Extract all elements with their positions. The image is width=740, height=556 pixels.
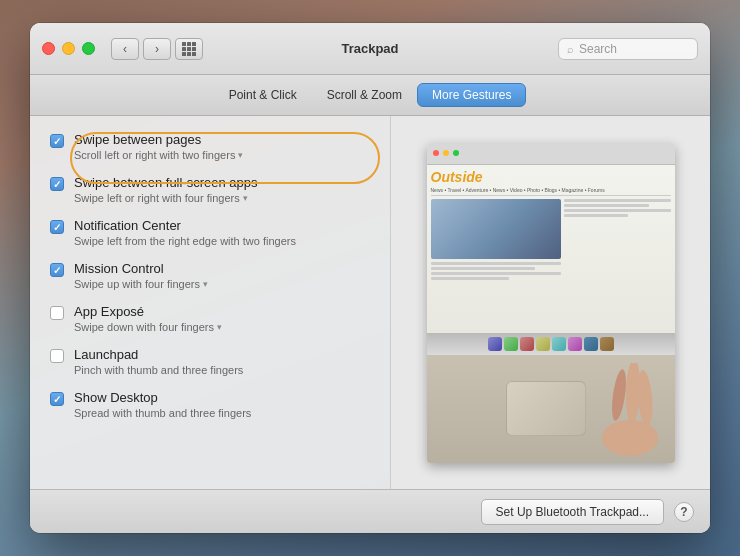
mag-line-2 (431, 267, 535, 270)
forward-icon: › (155, 42, 159, 56)
dock-icon-5 (552, 337, 566, 351)
setting-swipe-fullscreen: Swipe between full-screen apps Swipe lef… (50, 175, 370, 204)
search-box[interactable]: ⌕ Search (558, 38, 698, 60)
content-area: Swipe between pages Scroll left or right… (30, 116, 710, 489)
setting-subtitle-swipe-fullscreen: Swipe left or right with four fingers ▾ (74, 192, 258, 204)
magazine-nav: News • Travel • Adventure • News • Video… (431, 187, 671, 196)
dock-icon-3 (520, 337, 534, 351)
tab-scroll-zoom[interactable]: Scroll & Zoom (312, 83, 417, 107)
magazine-body (431, 199, 671, 282)
setting-subtitle-app-expose: Swipe down with four fingers ▾ (74, 321, 222, 333)
preview-panel: Outside News • Travel • Adventure • News… (390, 116, 710, 489)
mag-line-1 (431, 262, 561, 265)
browser-max-dot (453, 150, 459, 156)
setting-app-expose: App Exposé Swipe down with four fingers … (50, 304, 370, 333)
dropdown-arrow-expose-icon[interactable]: ▾ (217, 322, 222, 332)
close-button[interactable] (42, 42, 55, 55)
trackpad-window: ‹ › Trackpad ⌕ Search Point & Click Scro… (30, 23, 710, 533)
hand-illustration (595, 363, 665, 458)
setting-subtitle-launchpad: Pinch with thumb and three fingers (74, 364, 243, 376)
setting-title-app-expose: App Exposé (74, 304, 222, 319)
setting-subtitle-mission-control: Swipe up with four fingers ▾ (74, 278, 208, 290)
checkbox-mission-control[interactable] (50, 263, 64, 277)
svg-point-2 (624, 363, 640, 423)
mag-line-8 (564, 214, 628, 217)
setting-text-swipe-pages: Swipe between pages Scroll left or right… (74, 132, 243, 161)
setting-text-launchpad: Launchpad Pinch with thumb and three fin… (74, 347, 243, 376)
setting-subtitle-swipe-pages: Scroll left or right with two fingers ▾ (74, 149, 243, 161)
checkbox-show-desktop[interactable] (50, 392, 64, 406)
back-icon: ‹ (123, 42, 127, 56)
setting-mission-control: Mission Control Swipe up with four finge… (50, 261, 370, 290)
traffic-lights (42, 42, 95, 55)
minimize-button[interactable] (62, 42, 75, 55)
dock-icon-1 (488, 337, 502, 351)
checkbox-launchpad[interactable] (50, 349, 64, 363)
setting-text-swipe-fullscreen: Swipe between full-screen apps Swipe lef… (74, 175, 258, 204)
dropdown-arrow-fullscreen-icon[interactable]: ▾ (243, 193, 248, 203)
magazine-content: Outside News • Travel • Adventure • News… (427, 165, 675, 286)
preview-browser: Outside News • Travel • Adventure • News… (427, 143, 675, 333)
settings-panel: Swipe between pages Scroll left or right… (30, 116, 390, 489)
dock-icon-6 (568, 337, 582, 351)
dropdown-arrow-icon[interactable]: ▾ (238, 150, 243, 160)
setting-subtitle-show-desktop: Spread with thumb and three fingers (74, 407, 251, 419)
setting-notification-center: Notification Center Swipe left from the … (50, 218, 370, 247)
dock-icon-7 (584, 337, 598, 351)
checkbox-swipe-pages[interactable] (50, 134, 64, 148)
preview-image: Outside News • Travel • Adventure • News… (427, 143, 675, 463)
titlebar: ‹ › Trackpad ⌕ Search (30, 23, 710, 75)
dock-icon-2 (504, 337, 518, 351)
settings-list: Swipe between pages Scroll left or right… (50, 132, 370, 433)
setting-title-notification: Notification Center (74, 218, 296, 233)
magazine-title: Outside (431, 169, 671, 185)
grid-button[interactable] (175, 38, 203, 60)
setting-title-launchpad: Launchpad (74, 347, 243, 362)
forward-button[interactable]: › (143, 38, 171, 60)
nav-buttons: ‹ › (111, 38, 171, 60)
magazine-image (431, 199, 561, 259)
setting-swipe-pages: Swipe between pages Scroll left or right… (50, 132, 370, 161)
setting-title-swipe-fullscreen: Swipe between full-screen apps (74, 175, 258, 190)
mag-line-3 (431, 272, 561, 275)
checkbox-notification-center[interactable] (50, 220, 64, 234)
bluetooth-trackpad-button[interactable]: Set Up Bluetooth Trackpad... (481, 499, 664, 525)
mag-line-5 (564, 199, 671, 202)
tab-point-click[interactable]: Point & Click (214, 83, 312, 107)
setting-show-desktop: Show Desktop Spread with thumb and three… (50, 390, 370, 419)
search-icon: ⌕ (567, 43, 574, 55)
tabs-bar: Point & Click Scroll & Zoom More Gesture… (30, 75, 710, 116)
maximize-button[interactable] (82, 42, 95, 55)
bottom-bar: Set Up Bluetooth Trackpad... ? (30, 489, 710, 533)
mag-line-4 (431, 277, 509, 280)
setting-title-show-desktop: Show Desktop (74, 390, 251, 405)
mag-line-6 (564, 204, 649, 207)
tab-more-gestures[interactable]: More Gestures (417, 83, 526, 107)
back-button[interactable]: ‹ (111, 38, 139, 60)
svg-point-3 (609, 368, 628, 421)
setting-launchpad: Launchpad Pinch with thumb and three fin… (50, 347, 370, 376)
search-placeholder: Search (579, 42, 617, 56)
window-title: Trackpad (341, 41, 398, 56)
setting-text-show-desktop: Show Desktop Spread with thumb and three… (74, 390, 251, 419)
browser-bar (427, 143, 675, 165)
checkbox-app-expose[interactable] (50, 306, 64, 320)
dropdown-arrow-mission-icon[interactable]: ▾ (203, 279, 208, 289)
magazine-col-right (564, 199, 671, 282)
trackpad-device (506, 381, 586, 436)
setting-title-swipe-pages: Swipe between pages (74, 132, 243, 147)
dock-icon-8 (600, 337, 614, 351)
svg-rect-4 (605, 423, 655, 453)
setting-text-app-expose: App Exposé Swipe down with four fingers … (74, 304, 222, 333)
checkbox-swipe-fullscreen[interactable] (50, 177, 64, 191)
mag-line-7 (564, 209, 671, 212)
trackpad-area (427, 355, 675, 463)
setting-text-mission-control: Mission Control Swipe up with four finge… (74, 261, 208, 290)
dock-icon-4 (536, 337, 550, 351)
setting-title-mission-control: Mission Control (74, 261, 208, 276)
magazine-col-left (431, 199, 561, 282)
help-button[interactable]: ? (674, 502, 694, 522)
browser-close-dot (433, 150, 439, 156)
setting-subtitle-notification: Swipe left from the right edge with two … (74, 235, 296, 247)
browser-min-dot (443, 150, 449, 156)
